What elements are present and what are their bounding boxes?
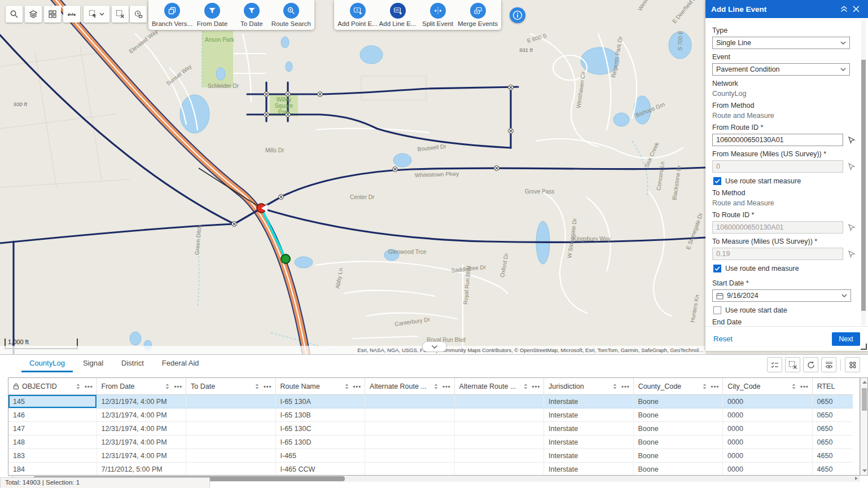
column-menu-button[interactable]: ••• [264,383,272,390]
to-measure-pick-button[interactable] [846,248,857,260]
basemap-gallery-button[interactable] [44,6,61,23]
cell-rtel[interactable]: 4650 [813,449,853,463]
cell-route-name[interactable]: I-65 130D [276,436,366,449]
show-selected-records-button[interactable] [767,357,782,372]
map-search-button[interactable] [6,6,23,23]
tool-add-line-event[interactable]: Add Line E... [378,3,418,27]
tab-district[interactable]: District [113,355,152,372]
column-menu-button[interactable]: ••• [85,383,93,390]
from-measure-input[interactable] [712,160,843,173]
cell-city-code[interactable]: 0000 [723,408,813,422]
cell-jurisdiction[interactable]: Interstate [544,436,634,449]
sort-icon[interactable] [612,383,617,390]
cell-alternate-route-2[interactable] [455,422,545,436]
use-route-start-measure-checkbox[interactable]: Use route start measure [713,177,861,185]
cell-rtel[interactable]: 0650 [813,422,853,436]
cell-route-name[interactable]: I-65 130A [276,395,366,408]
cell-alternate-route-2[interactable] [455,395,545,408]
sort-icon[interactable] [433,383,439,390]
cell-to-date[interactable] [186,408,276,422]
cell-to-date[interactable] [186,395,276,408]
table-row[interactable]: 147 12/31/1974, 4:00 PM I-65 130C Inters… [8,422,853,436]
type-select[interactable]: Single Line [712,37,850,49]
panel-scrollbar[interactable] [861,20,866,325]
tab-federal-aid[interactable]: Federal Aid [154,355,207,372]
close-panel-button[interactable] [850,3,862,15]
to-measure-input[interactable] [712,248,843,260]
from-route-pick-button[interactable] [846,134,857,146]
cell-jurisdiction[interactable]: Interstate [544,422,634,436]
column-header-to-date[interactable]: To Date ••• [186,378,276,395]
cell-alternate-route-2[interactable] [455,463,545,476]
cell-county-code[interactable]: Boone [634,395,724,408]
column-header-jurisdiction[interactable]: Jurisdiction ••• [544,378,634,395]
cell-alternate-route-2[interactable] [455,408,545,422]
tab-signal[interactable]: Signal [75,355,111,372]
sort-icon[interactable] [523,383,528,390]
scroll-right-arrow[interactable] [855,477,858,480]
cell-city-code[interactable]: 0000 [723,436,813,449]
table-options-button[interactable] [845,357,860,372]
cell-from-date[interactable]: 12/31/1974, 4:00 PM [97,422,187,436]
layers-button[interactable] [25,6,42,23]
cell-alternate-route-1[interactable] [365,436,455,449]
cell-objectid[interactable]: 184 [8,463,97,476]
event-select[interactable]: Pavement Condition [712,63,850,76]
clear-selection-button[interactable] [112,6,129,23]
table-row[interactable]: 183 12/31/1974, 4:00 PM I-465 Interstate… [8,449,853,463]
select-tool-button[interactable] [84,6,109,23]
cell-city-code[interactable]: 0000 [723,463,813,476]
to-route-id-input[interactable] [712,221,843,234]
toggle-column-visibility-button[interactable] [821,357,836,372]
cell-alternate-route-1[interactable] [365,422,455,436]
sort-icon[interactable] [255,383,260,390]
tool-to-date[interactable]: To Date [232,3,271,27]
sort-icon[interactable] [702,383,707,390]
column-header-city-code[interactable]: City_Code ••• [723,378,813,395]
column-menu-button[interactable]: ••• [711,383,720,390]
column-header-alternate-route-1[interactable]: Alternate Route ... ••• [365,378,455,395]
table-row[interactable]: 148 12/31/1974, 4:00 PM I-65 130D Inters… [8,436,853,449]
time-slider-button[interactable] [130,6,147,23]
cell-jurisdiction[interactable]: Interstate [544,395,634,408]
column-header-alternate-route-2[interactable]: Alternate Route ... ••• [455,378,545,395]
to-route-pick-button[interactable] [846,222,857,233]
cell-rtel[interactable]: 0650 [813,408,853,422]
cell-to-date[interactable] [186,449,276,463]
measure-button[interactable] [63,6,80,23]
cell-alternate-route-1[interactable] [365,449,455,463]
table-row[interactable]: 184 7/11/2012, 5:00 PM I-465 CCW Interst… [8,463,853,476]
cell-objectid[interactable]: 148 [8,436,97,449]
cell-to-date[interactable] [186,436,276,449]
cell-alternate-route-2[interactable] [455,436,545,449]
cell-alternate-route-2[interactable] [455,449,545,463]
cell-rtel[interactable]: 4650 [813,463,853,476]
cell-from-date[interactable]: 12/31/1974, 4:00 PM [97,449,187,463]
tool-route-search[interactable]: Route Search [271,3,311,27]
cell-from-date[interactable]: 12/31/1974, 4:00 PM [97,436,187,449]
table-vertical-scrollbar[interactable] [860,377,868,476]
column-header-county-code[interactable]: County_Code ••• [634,378,724,395]
column-header-objectid[interactable]: OBJECTID ••• [8,378,97,395]
cell-jurisdiction[interactable]: Interstate [544,449,634,463]
scroll-down-arrow[interactable] [862,469,867,472]
column-header-rtel[interactable]: RTEL [813,378,853,395]
column-menu-button[interactable]: ••• [442,383,451,390]
cell-city-code[interactable]: 0000 [723,422,813,436]
tool-split-event[interactable]: Split Event [418,3,458,27]
cell-objectid[interactable]: 146 [8,408,97,422]
scroll-up-arrow[interactable] [862,381,867,384]
table-row[interactable]: 146 12/31/1974, 4:00 PM I-65 130B Inters… [8,408,853,422]
sort-icon[interactable] [165,383,170,390]
column-menu-button[interactable]: ••• [174,383,182,390]
cell-route-name[interactable]: I-65 130C [276,422,366,436]
cell-county-code[interactable]: Boone [634,422,724,436]
column-menu-button[interactable]: ••• [353,383,362,390]
use-route-start-date-checkbox[interactable]: Use route start date [713,306,861,314]
collapse-panel-button[interactable] [838,3,850,15]
use-route-end-measure-checkbox[interactable]: Use route end measure [713,265,861,272]
cell-county-code[interactable]: Boone [634,463,724,476]
clear-table-selection-button[interactable] [785,357,800,372]
column-menu-button[interactable]: ••• [621,383,630,390]
panel-scrollbar-thumb[interactable] [861,60,866,311]
